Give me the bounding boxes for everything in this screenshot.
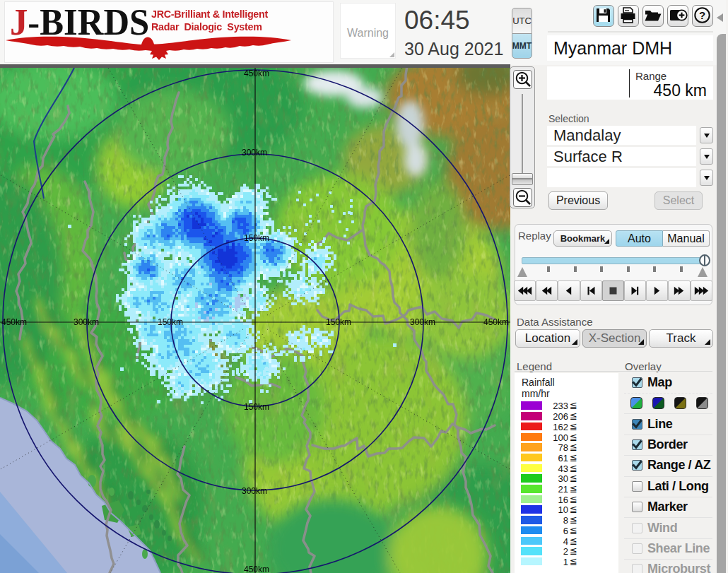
svg-text:150km: 150km	[244, 233, 269, 243]
svg-text:?: ?	[699, 9, 705, 21]
svg-text:150km: 150km	[244, 402, 269, 412]
svg-text:150km: 150km	[326, 317, 351, 327]
svg-text:450km: 450km	[244, 69, 269, 78]
svg-text:300km: 300km	[242, 148, 267, 158]
svg-text:300km: 300km	[74, 317, 99, 327]
svg-text:300km: 300km	[410, 317, 435, 327]
svg-text:450km: 450km	[1, 317, 27, 327]
svg-text:450km: 450km	[244, 565, 269, 573]
svg-text:150km: 150km	[158, 317, 183, 327]
svg-text:450km: 450km	[483, 317, 509, 327]
svg-text:300km: 300km	[242, 486, 267, 496]
